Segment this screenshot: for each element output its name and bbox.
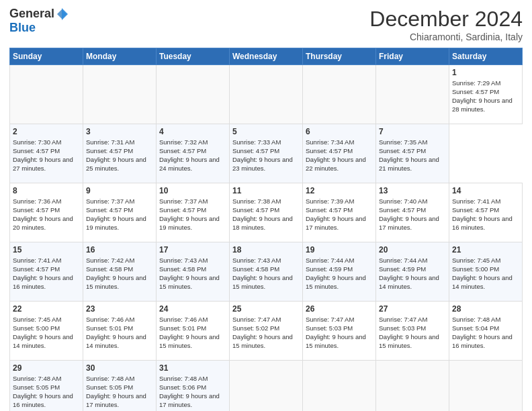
sunrise-text: Sunrise: 7:31 AM: [86, 138, 134, 146]
day-of-week-header: Friday: [376, 48, 449, 65]
day-number: 9: [86, 185, 153, 196]
sunset-text: Sunset: 5:03 PM: [306, 324, 353, 332]
calendar-day-cell: 21Sunrise: 7:45 AMSunset: 5:00 PMDayligh…: [449, 242, 523, 302]
sunset-text: Sunset: 4:57 PM: [159, 147, 206, 154]
sunset-text: Sunset: 4:58 PM: [159, 265, 206, 273]
sunset-text: Sunset: 5:03 PM: [379, 324, 426, 332]
daylight-text: Daylight: 9 hours and 21 minutes.: [379, 156, 439, 172]
daylight-text: Daylight: 9 hours and 14 minutes.: [452, 274, 513, 290]
sunrise-text: Sunrise: 7:41 AM: [452, 197, 500, 205]
day-number: 10: [159, 185, 226, 196]
daylight-text: Daylight: 9 hours and 16 minutes.: [452, 215, 513, 231]
sunrise-text: Sunrise: 7:37 AM: [86, 197, 134, 205]
calendar-day-cell: 22Sunrise: 7:45 AMSunset: 5:00 PMDayligh…: [10, 302, 83, 361]
empty-cell: [157, 65, 230, 124]
day-number: 4: [159, 126, 226, 137]
daylight-text: Daylight: 9 hours and 16 minutes.: [13, 274, 73, 290]
day-of-week-header: Wednesday: [230, 48, 303, 65]
daylight-text: Daylight: 9 hours and 14 minutes.: [86, 333, 146, 349]
day-number: 11: [232, 185, 300, 196]
day-number: 1: [452, 67, 519, 78]
sunrise-text: Sunrise: 7:35 AM: [379, 138, 427, 146]
sunrise-text: Sunrise: 7:46 AM: [86, 316, 134, 323]
daylight-text: Daylight: 9 hours and 17 minutes.: [159, 392, 220, 408]
calendar-day-cell: 11Sunrise: 7:38 AMSunset: 4:57 PMDayligh…: [230, 183, 303, 242]
calendar-day-cell: 28Sunrise: 7:48 AMSunset: 5:04 PMDayligh…: [449, 302, 523, 361]
sunrise-text: Sunrise: 7:38 AM: [232, 197, 281, 205]
sunset-text: Sunset: 5:05 PM: [86, 383, 133, 391]
daylight-text: Daylight: 9 hours and 14 minutes.: [379, 274, 439, 290]
logo-general-text: General: [9, 7, 54, 21]
daylight-text: Daylight: 9 hours and 23 minutes.: [232, 156, 293, 172]
sunrise-text: Sunrise: 7:32 AM: [159, 138, 208, 146]
daylight-text: Daylight: 9 hours and 19 minutes.: [159, 215, 220, 231]
sunset-text: Sunset: 4:57 PM: [13, 206, 60, 214]
calendar-day-cell: 29Sunrise: 7:48 AMSunset: 5:05 PMDayligh…: [10, 361, 83, 412]
day-number: 13: [379, 185, 446, 196]
sunrise-text: Sunrise: 7:45 AM: [13, 316, 61, 323]
sunrise-text: Sunrise: 7:29 AM: [452, 79, 500, 87]
empty-cell: [376, 361, 449, 412]
logo-flag-icon: [56, 8, 68, 20]
sunrise-text: Sunrise: 7:42 AM: [86, 257, 134, 264]
sunrise-text: Sunrise: 7:48 AM: [452, 316, 500, 323]
sunrise-text: Sunrise: 7:46 AM: [159, 316, 208, 323]
sunrise-text: Sunrise: 7:48 AM: [86, 375, 134, 382]
day-number: 7: [379, 126, 446, 137]
day-number: 5: [232, 126, 300, 137]
sunset-text: Sunset: 4:57 PM: [379, 147, 426, 154]
day-number: 28: [452, 304, 519, 314]
sunrise-text: Sunrise: 7:44 AM: [379, 257, 427, 264]
day-of-week-header: Sunday: [10, 48, 83, 65]
sunset-text: Sunset: 4:57 PM: [13, 265, 60, 273]
calendar-day-cell: 31Sunrise: 7:48 AMSunset: 5:06 PMDayligh…: [157, 361, 230, 412]
logo: General Blue: [9, 7, 68, 35]
day-number: 22: [13, 304, 80, 314]
day-number: 23: [86, 304, 153, 314]
sunset-text: Sunset: 4:57 PM: [306, 147, 353, 154]
calendar-day-cell: 9Sunrise: 7:37 AMSunset: 4:57 PMDaylight…: [83, 183, 157, 242]
day-number: 20: [379, 244, 446, 255]
calendar-table: SundayMondayTuesdayWednesdayThursdayFrid…: [9, 48, 523, 411]
calendar-day-cell: 7Sunrise: 7:35 AMSunset: 4:57 PMDaylight…: [376, 124, 449, 183]
day-number: 18: [232, 244, 300, 255]
sunrise-text: Sunrise: 7:43 AM: [159, 257, 208, 264]
daylight-text: Daylight: 9 hours and 28 minutes.: [452, 97, 513, 113]
daylight-text: Daylight: 9 hours and 14 minutes.: [13, 333, 73, 349]
calendar-day-cell: 30Sunrise: 7:48 AMSunset: 5:05 PMDayligh…: [83, 361, 157, 412]
calendar-day-cell: 2Sunrise: 7:30 AMSunset: 4:57 PMDaylight…: [10, 124, 83, 183]
sunrise-text: Sunrise: 7:45 AM: [452, 257, 500, 264]
sunset-text: Sunset: 4:59 PM: [306, 265, 353, 273]
calendar-header-row: SundayMondayTuesdayWednesdayThursdayFrid…: [10, 48, 523, 65]
day-number: 12: [306, 185, 373, 196]
day-number: 2: [13, 126, 80, 137]
sunset-text: Sunset: 4:57 PM: [306, 206, 353, 214]
calendar-day-cell: 10Sunrise: 7:37 AMSunset: 4:57 PMDayligh…: [157, 183, 230, 242]
day-of-week-header: Tuesday: [157, 48, 230, 65]
daylight-text: Daylight: 9 hours and 27 minutes.: [13, 156, 73, 172]
daylight-text: Daylight: 9 hours and 17 minutes.: [306, 215, 366, 231]
daylight-text: Daylight: 9 hours and 15 minutes.: [159, 274, 220, 290]
daylight-text: Daylight: 9 hours and 17 minutes.: [379, 215, 439, 231]
daylight-text: Daylight: 9 hours and 16 minutes.: [452, 333, 513, 349]
daylight-text: Daylight: 9 hours and 22 minutes.: [306, 156, 366, 172]
sunset-text: Sunset: 5:01 PM: [86, 324, 133, 332]
day-number: 17: [159, 244, 226, 255]
day-number: 14: [452, 185, 519, 196]
day-number: 31: [159, 363, 226, 373]
day-number: 24: [159, 304, 226, 314]
sunset-text: Sunset: 4:57 PM: [159, 206, 206, 214]
day-number: 25: [232, 304, 300, 314]
daylight-text: Daylight: 9 hours and 20 minutes.: [13, 215, 73, 231]
sunset-text: Sunset: 5:02 PM: [232, 324, 279, 332]
empty-cell: [449, 361, 523, 412]
calendar-day-cell: 3Sunrise: 7:31 AMSunset: 4:57 PMDaylight…: [83, 124, 157, 183]
daylight-text: Daylight: 9 hours and 15 minutes.: [232, 333, 293, 349]
empty-cell: [303, 361, 376, 412]
sunrise-text: Sunrise: 7:37 AM: [159, 197, 208, 205]
sunset-text: Sunset: 4:57 PM: [86, 147, 133, 154]
calendar-day-cell: 13Sunrise: 7:40 AMSunset: 4:57 PMDayligh…: [376, 183, 449, 242]
day-number: 30: [86, 363, 153, 373]
daylight-text: Daylight: 9 hours and 15 minutes.: [159, 333, 220, 349]
sunrise-text: Sunrise: 7:30 AM: [13, 138, 61, 146]
